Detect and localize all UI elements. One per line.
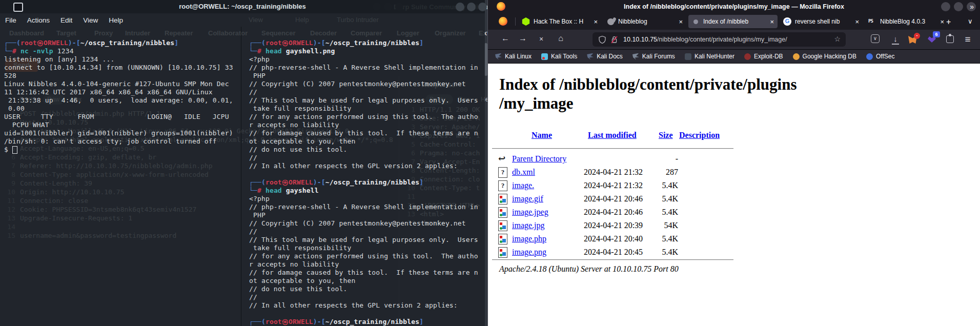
server-signature: Apache/2.4.18 (Ubuntu) Server at 10.10.1… (499, 264, 679, 274)
back-button[interactable]: ← (499, 34, 512, 43)
list-all-tabs-icon[interactable]: ∨ (968, 17, 973, 25)
terminal-menu-item[interactable]: Actions (27, 16, 50, 24)
bookmark-label: OffSec (876, 53, 894, 60)
file-size: 287 (649, 168, 678, 177)
file-link[interactable]: Parent Directory (512, 154, 566, 164)
terminal-menu-item[interactable]: Edit (60, 16, 72, 24)
hamburger-menu-icon[interactable]: ≡ (963, 34, 973, 45)
bookmark-label: Kali Linux (505, 53, 532, 60)
file-type-icon (498, 180, 507, 191)
forward-button[interactable]: → (517, 34, 529, 43)
listing-header: Name Last modified Size Description (488, 131, 980, 141)
browser-tab[interactable]: Hack The Box :: H × (518, 15, 601, 28)
tab-close-icon[interactable]: × (679, 18, 683, 26)
tracking-shield-icon[interactable] (599, 36, 606, 44)
listing-divider-bottom (492, 259, 733, 260)
page-content: Index of /nibbleblog/content/private/plu… (488, 64, 980, 326)
tab-title: Hack The Box :: H (534, 18, 590, 25)
file-type-icon (498, 207, 507, 218)
file-type-icon (498, 167, 507, 178)
tab-close-icon[interactable]: × (940, 18, 944, 26)
bookmark-favicon (632, 53, 639, 60)
file-link[interactable]: db.xml (512, 168, 535, 177)
file-modified-date: 2024-04-21 20:40 (584, 234, 643, 243)
terminal-menu-item[interactable]: View (83, 16, 98, 24)
tab-title: Index of /nibbleb (703, 18, 766, 25)
firefox-view-icon[interactable] (499, 17, 507, 26)
tab-close-icon[interactable]: × (770, 18, 774, 26)
file-link[interactable]: image.jpeg (512, 208, 548, 217)
bookmark-item[interactable]: Kali Linux (495, 53, 532, 60)
page-title: Index of /nibbleblog/content/private/plu… (499, 75, 797, 113)
terminal-window[interactable]: root@ORWELL: ~/oscp_training/nibbles Fil… (0, 0, 485, 326)
file-size: 5.4K (649, 234, 678, 243)
tab-favicon (522, 17, 530, 26)
terminal-maximize-button[interactable] (467, 3, 476, 11)
terminal-right-pane[interactable]: ┌──(root㉿ORWELL)-[~/oscp_training/nibble… (249, 39, 484, 326)
terminal-close-button[interactable] (478, 3, 487, 11)
bookmark-favicon (541, 53, 548, 60)
terminal-menu-item[interactable]: Help (109, 16, 123, 24)
terminal-menu-item[interactable]: File (5, 16, 16, 24)
page-title-line1: Index of /nibbleblog/content/private/plu… (499, 75, 797, 94)
save-panel-icon[interactable]: ∨ (871, 34, 880, 43)
browser-tab[interactable]: reverse shell nib × (780, 15, 863, 28)
url-text[interactable]: 10.10.10.75/nibbleblog/content/private/p… (623, 36, 787, 43)
firefox-navbar: ← → × ⌂ 10.10.10.75/nibbleblog/content/p… (488, 30, 980, 49)
sort-by-name-link[interactable]: Name (532, 131, 552, 140)
bookmark-item[interactable]: Exploit-DB (744, 53, 783, 60)
downloads-icon[interactable]: ↓ (890, 34, 901, 45)
foxyproxy-disabled-badge: - (914, 33, 920, 39)
browser-tab[interactable]: Index of /nibbleb × (688, 15, 778, 28)
file-size: 54K (649, 221, 678, 230)
firefox-window: Index of /nibbleblog/content/private/plu… (487, 0, 980, 326)
file-type-icon (498, 234, 507, 244)
home-button[interactable]: ⌂ (555, 34, 567, 43)
file-link[interactable]: image.php (512, 234, 546, 243)
browser-tab[interactable]: Nibbleblog × (603, 15, 686, 28)
file-modified-date: 2024-04-21 20:46 (584, 194, 643, 203)
bookmark-item[interactable]: Kali NetHunter (685, 53, 734, 60)
insecure-lock-icon[interactable] (611, 36, 618, 44)
firefox-maximize-button[interactable] (954, 2, 963, 11)
terminal-pane-divider[interactable] (241, 27, 241, 326)
listing-row: image.jpeg 2024-04-21 20:46 5.4K (498, 206, 734, 219)
firefox-window-title: Index of /nibbleblog/content/private/plu… (488, 3, 980, 10)
file-modified-date: 2024-04-21 20:46 (584, 208, 643, 217)
file-link[interactable]: image.jpg (512, 221, 545, 230)
file-modified-date: 2024-04-21 20:45 (584, 248, 643, 257)
bookmark-item[interactable]: Kali Tools (541, 53, 577, 60)
bookmarks-toolbar: Kali Linux Kali Tools Kali Docs Kali For… (488, 49, 980, 64)
bookmark-star-icon[interactable]: ☆ (834, 35, 841, 43)
sort-by-size-link[interactable]: Size (659, 131, 673, 140)
stop-reload-button[interactable]: × (535, 35, 547, 43)
file-size: 5.4K (649, 194, 678, 203)
file-link[interactable]: image.gif (512, 194, 543, 203)
file-link[interactable]: image. (512, 181, 534, 190)
tab-close-icon[interactable]: × (594, 18, 598, 26)
bookmark-item[interactable]: Google Hacking DB (793, 53, 856, 60)
file-size: 5.4K (649, 208, 678, 217)
firefox-tabbar: Hack The Box :: H × Nibbleblog × Index o… (488, 13, 980, 30)
firefox-titlebar[interactable]: Index of /nibbleblog/content/private/plu… (488, 0, 980, 13)
terminal-minimize-button[interactable] (456, 3, 464, 11)
tab-title: Nibbleblog (618, 18, 675, 25)
sort-by-description-link[interactable]: Description (679, 131, 720, 140)
sort-by-modified-link[interactable]: Last modified (588, 131, 637, 140)
extensions-puzzle-icon[interactable] (946, 35, 954, 43)
url-bar[interactable]: 10.10.10.75/nibbleblog/content/private/p… (593, 32, 846, 47)
firefox-minimize-button[interactable] (941, 2, 950, 11)
file-link[interactable]: image.png (512, 248, 546, 257)
tab-favicon (693, 19, 698, 24)
bookmark-item[interactable]: Kali Docs (587, 53, 623, 60)
listing-row: image. 2024-04-21 21:32 5.4K (498, 179, 734, 193)
terminal-left-pane[interactable]: ┌──(root㉿ORWELL)-[~/oscp_training/nibble… (4, 39, 238, 154)
bookmark-item[interactable]: OffSec (866, 53, 894, 60)
terminal-titlebar[interactable]: root@ORWELL: ~/oscp_training/nibbles (0, 0, 485, 13)
bookmark-item[interactable]: Kali Forums (632, 53, 675, 60)
browser-tab[interactable]: NibbleBlog 4.0.3 × (865, 15, 948, 28)
file-type-icon (498, 220, 507, 231)
bookmarks-overflow-icon[interactable]: » (970, 3, 974, 11)
new-tab-button[interactable]: + (946, 17, 951, 27)
tab-close-icon[interactable]: × (855, 18, 859, 26)
